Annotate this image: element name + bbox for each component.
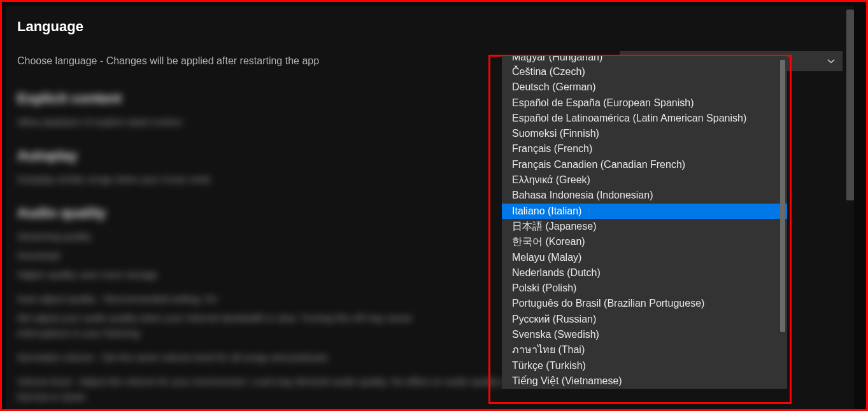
language-option[interactable]: Ελληνικά (Greek) — [502, 172, 787, 188]
language-option[interactable]: Melayu (Malay) — [502, 250, 787, 265]
page-scrollbar-thumb[interactable] — [846, 10, 854, 200]
audio-line-5: We adjust your audio quality when your i… — [17, 310, 450, 341]
language-option[interactable]: 한국어 (Korean) — [502, 234, 787, 249]
language-option[interactable]: Português do Brasil (Brazilian Portugues… — [502, 296, 787, 311]
language-option[interactable]: Bahasa Indonesia (Indonesian) — [502, 188, 787, 203]
annotated-frame: Language Choose language - Changes will … — [0, 0, 868, 411]
language-option[interactable]: Русский (Russian) — [502, 312, 787, 327]
language-option[interactable]: Svenska (Swedish) — [502, 327, 787, 342]
language-option[interactable]: ภาษาไทย (Thai) — [502, 342, 787, 358]
language-option[interactable]: Nederlands (Dutch) — [502, 265, 787, 281]
language-option[interactable]: Suomeksi (Finnish) — [502, 126, 787, 141]
language-option[interactable]: Magyar (Hungarian) — [502, 56, 787, 64]
language-option[interactable]: Español de Latinoamérica (Latin American… — [502, 111, 787, 126]
language-option[interactable]: Čeština (Czech) — [502, 64, 787, 80]
chevron-down-icon — [827, 57, 835, 65]
language-dropdown[interactable]: Magyar (Hungarian)Čeština (Czech)Deutsch… — [502, 56, 787, 389]
language-option[interactable]: Deutsch (German) — [502, 80, 787, 95]
language-option[interactable]: Tiếng Việt (Vietnamese) — [502, 373, 787, 389]
dropdown-scrollbar-thumb[interactable] — [780, 60, 785, 332]
language-option[interactable]: Español de España (European Spanish) — [502, 95, 787, 111]
section-title-language: Language — [17, 18, 843, 35]
language-option[interactable]: Français (French) — [502, 141, 787, 157]
language-description: Choose language - Changes will be applie… — [17, 55, 319, 67]
language-option[interactable]: 日本語 (Japanese) — [502, 219, 787, 234]
language-option[interactable]: Français Canadien (Canadian French) — [502, 157, 787, 172]
audio-line-7: Volume level - Adjust the volume for you… — [17, 374, 539, 405]
language-option[interactable]: Polski (Polish) — [502, 281, 787, 296]
language-option[interactable]: Türkçe (Turkish) — [502, 358, 787, 373]
language-option[interactable]: Italiano (Italian) — [502, 204, 787, 219]
